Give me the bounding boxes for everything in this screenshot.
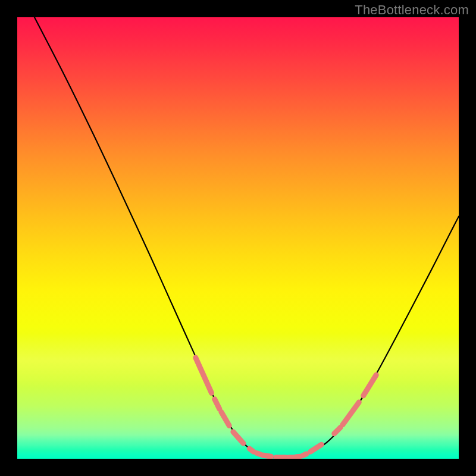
left-dashes-seg-6	[263, 455, 271, 456]
left-dashes-seg-0	[196, 358, 212, 393]
left-dashes-seg-4	[249, 449, 253, 452]
plot-area	[17, 17, 459, 459]
left-curve	[35, 17, 275, 458]
chart-stage: TheBottleneck.com	[0, 0, 476, 476]
right-dashes-seg-4	[343, 402, 359, 425]
left-dashes-seg-1	[215, 399, 220, 409]
right-dashes-seg-5	[364, 375, 377, 396]
left-markers	[196, 358, 294, 458]
left-dashes-seg-3	[233, 432, 243, 443]
chart-svg	[17, 17, 459, 459]
right-markers	[296, 375, 376, 457]
right-curve	[293, 217, 459, 458]
right-dashes-seg-2	[311, 444, 322, 452]
right-dashes-seg-1	[302, 454, 306, 456]
left-curve-path	[35, 17, 275, 458]
right-dashes-seg-0	[296, 456, 300, 457]
right-curve-path	[293, 217, 459, 458]
watermark-text: TheBottleneck.com	[355, 2, 469, 18]
left-dashes-seg-2	[221, 412, 229, 425]
left-dashes-seg-5	[256, 453, 260, 454]
right-dashes-seg-3	[334, 427, 340, 433]
